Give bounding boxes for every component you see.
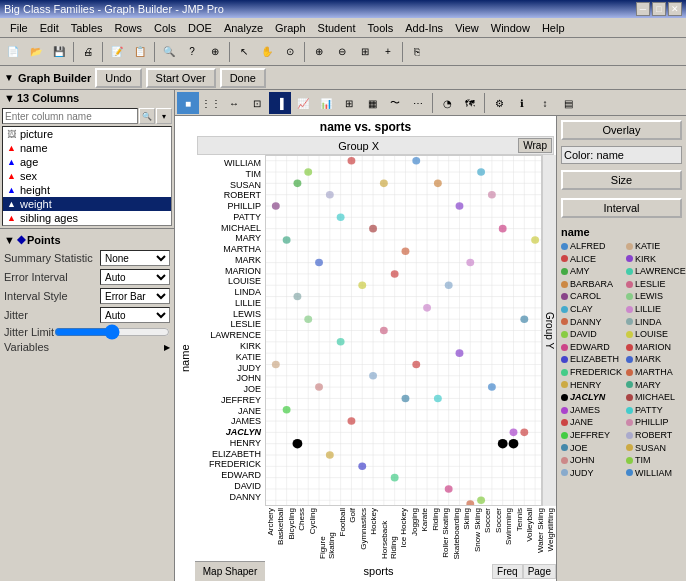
log-button[interactable]: 📋 (129, 41, 151, 63)
menu-analyze[interactable]: Analyze (218, 20, 269, 36)
open-button[interactable]: 📂 (25, 41, 47, 63)
save-button[interactable]: 💾 (48, 41, 70, 63)
column-item-sex[interactable]: ▲ sex (3, 169, 171, 183)
legend-dot-edward (561, 344, 568, 351)
legend-name-alfred: ALFRED (570, 240, 606, 253)
size-button[interactable]: Size (561, 170, 682, 190)
svg-point-70 (283, 236, 291, 244)
column-item-picture[interactable]: 🖼 picture (3, 127, 171, 141)
expand-icon[interactable]: ▼ (4, 72, 14, 83)
column-item-weight[interactable]: ▲ weight (3, 197, 171, 211)
graph-tool-1[interactable]: ■ (177, 92, 199, 114)
zoom-in-button[interactable]: ⊕ (308, 41, 330, 63)
color-section: Color: name (561, 146, 682, 164)
graph-tool-map[interactable]: 🗺 (459, 92, 481, 114)
help-icon-button[interactable]: ? (181, 41, 203, 63)
legend-name-judy: JUDY (570, 467, 594, 480)
graph-tool-settings[interactable]: ⚙ (488, 92, 510, 114)
menu-edit[interactable]: Edit (34, 20, 65, 36)
scatter-plot[interactable] (265, 155, 542, 506)
graph-tool-4[interactable]: ⊡ (246, 92, 268, 114)
graph-tool-smooth[interactable]: 〜 (384, 92, 406, 114)
graph-tool-line[interactable]: 📈 (292, 92, 314, 114)
column-search-input[interactable] (2, 108, 138, 124)
menu-cols[interactable]: Cols (148, 20, 182, 36)
brush-button[interactable]: ✋ (256, 41, 278, 63)
menu-help[interactable]: Help (536, 20, 571, 36)
svg-point-76 (358, 281, 366, 289)
menu-student[interactable]: Student (312, 20, 362, 36)
menu-addins[interactable]: Add-Ins (399, 20, 449, 36)
script-button[interactable]: 📝 (106, 41, 128, 63)
graph-tool-extra[interactable]: ↕ (534, 92, 556, 114)
column-item-height[interactable]: ▲ height (3, 183, 171, 197)
column-item-sports[interactable]: ▲ sports (3, 225, 171, 226)
new-button[interactable]: 📄 (2, 41, 24, 63)
legend-dot-katie (626, 243, 633, 250)
overlay-button[interactable]: Overlay (561, 120, 682, 140)
jitter-limit-slider[interactable] (54, 326, 170, 338)
menu-doe[interactable]: DOE (182, 20, 218, 36)
menu-tables[interactable]: Tables (65, 20, 109, 36)
legend-item-henry: HENRY (561, 379, 622, 392)
menu-graph[interactable]: Graph (269, 20, 312, 36)
summary-stat-select[interactable]: None Mean Median (100, 250, 170, 266)
search-button[interactable]: 🔍 (158, 41, 180, 63)
copy-button[interactable]: ⎘ (406, 41, 428, 63)
legend-name-jaclyn: JACLYN (570, 391, 605, 404)
menu-tools[interactable]: Tools (362, 20, 400, 36)
y-name-louise: LOUISE (197, 277, 263, 286)
fit-button[interactable]: ⊞ (354, 41, 376, 63)
legend-name-tim: TIM (635, 454, 651, 467)
graph-tool-2[interactable]: ⋮⋮ (200, 92, 222, 114)
graph-tool-extra2[interactable]: ▤ (557, 92, 579, 114)
svg-point-95 (520, 429, 528, 437)
zoom-out-button[interactable]: ⊖ (331, 41, 353, 63)
graph-tool-more[interactable]: ⋯ (407, 92, 429, 114)
interval-style-select[interactable]: Error Bar Box Plot (100, 288, 170, 304)
graph-tool-3[interactable]: ↔ (223, 92, 245, 114)
column-item-age[interactable]: ▲ age (3, 155, 171, 169)
menu-view[interactable]: View (449, 20, 485, 36)
age-icon: ▲ (7, 157, 17, 167)
menu-window[interactable]: Window (485, 20, 536, 36)
menu-file[interactable]: File (4, 20, 34, 36)
search-submit-button[interactable]: 🔍 (139, 108, 155, 124)
points-header[interactable]: ▼ ◆ Points (4, 233, 170, 246)
zoom-button[interactable]: ⊕ (204, 41, 226, 63)
close-button[interactable]: ✕ (668, 2, 682, 16)
maximize-button[interactable]: □ (652, 2, 666, 16)
interval-button[interactable]: Interval (561, 198, 682, 218)
y-name-susan: SUSAN (197, 181, 263, 190)
legend-dot-marion (626, 344, 633, 351)
column-item-name[interactable]: ▲ name (3, 141, 171, 155)
legend-col-left: ALFRED ALICE AMY BARBARA CAROL CLAY DANN… (561, 240, 622, 479)
svg-point-85 (272, 361, 280, 369)
graph-toolbar-sep2 (484, 93, 485, 113)
graph-tool-info[interactable]: ℹ (511, 92, 533, 114)
columns-header[interactable]: ▼ 13 Columns (0, 90, 174, 106)
window-controls[interactable]: ─ □ ✕ (636, 2, 682, 16)
graph-tool-5[interactable]: ▐ (269, 92, 291, 114)
minimize-button[interactable]: ─ (636, 2, 650, 16)
graph-tool-pie[interactable]: ◔ (436, 92, 458, 114)
content-area: ▼ 13 Columns 🔍 ▾ 🖼 picture ▲ name (0, 90, 686, 581)
graph-tool-bar[interactable]: 📊 (315, 92, 337, 114)
graph-tool-box[interactable]: ⊞ (338, 92, 360, 114)
jitter-select[interactable]: Auto None Uniform (100, 307, 170, 323)
error-interval-select[interactable]: Auto Std Dev Std Err (100, 269, 170, 285)
wrap-button[interactable]: Wrap (518, 138, 552, 153)
print-button[interactable]: 🖨 (77, 41, 99, 63)
menu-rows[interactable]: Rows (109, 20, 149, 36)
select-button[interactable]: ↖ (233, 41, 255, 63)
start-over-button[interactable]: Start Over (146, 68, 216, 88)
done-button[interactable]: Done (220, 68, 266, 88)
column-options-button[interactable]: ▾ (156, 108, 172, 124)
variables-expand[interactable]: ▶ (164, 343, 170, 352)
toolbar-sep-3 (154, 42, 155, 62)
graph-tool-hist[interactable]: ▦ (361, 92, 383, 114)
column-item-sibling-ages[interactable]: ▲ sibling ages (3, 211, 171, 225)
lasso-button[interactable]: ⊙ (279, 41, 301, 63)
annotate-button[interactable]: + (377, 41, 399, 63)
undo-button[interactable]: Undo (95, 68, 141, 88)
